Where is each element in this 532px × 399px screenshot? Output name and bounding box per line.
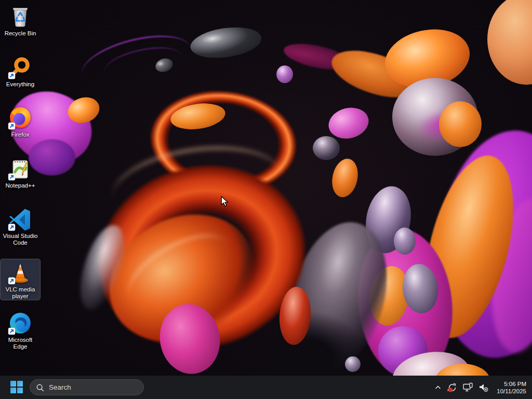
wallpaper-blob [394, 228, 416, 255]
volume-muted-icon [478, 382, 489, 393]
desktop-icon-label: Everything [6, 81, 34, 88]
taskbar-clock[interactable]: 5:06 PM 10/11/2025 [497, 380, 532, 395]
desktop-icon-vlc[interactable]: VLC media player [1, 259, 40, 300]
sync-arrows-red-badge-icon [447, 382, 458, 393]
desktop-icon-label: Notepad++ [6, 182, 35, 189]
search-placeholder: Search [49, 383, 71, 391]
clock-time: 5:06 PM [497, 380, 526, 388]
desktop-icon-label: Firefox [11, 131, 29, 138]
chevron-up-icon [434, 384, 442, 391]
recycle-bin-icon [8, 4, 33, 29]
tray-sync-alert-button[interactable] [445, 378, 460, 397]
system-tray: 5:06 PM 10/11/2025 [431, 376, 532, 399]
taskbar: Search [0, 376, 532, 399]
desktop-icon-notepadpp[interactable]: Notepad++ [1, 155, 40, 189]
tray-display-button[interactable] [460, 378, 476, 397]
vscode-icon [8, 207, 33, 232]
edge-icon [8, 311, 33, 336]
search-icon [36, 383, 44, 392]
everything-icon [8, 55, 33, 80]
windows-logo-icon [10, 381, 23, 393]
wallpaper-blob [345, 356, 361, 372]
desktop: Recycle Bin Everything [0, 0, 532, 399]
desktop-icon-recycle-bin[interactable]: Recycle Bin [1, 3, 40, 37]
wallpaper-blob [313, 136, 340, 160]
tray-volume-button[interactable] [476, 378, 491, 397]
wallpaper-blob [329, 156, 362, 200]
start-button[interactable] [6, 377, 27, 397]
wallpaper-blob [325, 103, 372, 142]
vlc-icon [8, 260, 33, 285]
search-box[interactable]: Search [30, 379, 144, 395]
tray-chevron-button[interactable] [431, 378, 445, 397]
desktop-icon-label: Recycle Bin [5, 30, 36, 37]
wallpaper-blob [189, 23, 263, 62]
wallpaper-blob [439, 101, 482, 147]
desktop-icon-edge[interactable]: Microsoft Edge [1, 310, 40, 350]
wallpaper-blob [487, 0, 532, 85]
desktop-icon-everything[interactable]: Everything [1, 54, 40, 88]
desktop-icon-firefox[interactable]: Firefox [1, 104, 40, 138]
notepadpp-icon [8, 156, 33, 181]
desktop-icon-label: Microsoft Edge [2, 337, 39, 350]
desktop-icon-label: VLC media player [2, 286, 39, 300]
desktop-icon-label: Visual Studio Code [2, 233, 39, 246]
desktop-icon-vscode[interactable]: Visual Studio Code [1, 206, 40, 246]
firefox-icon [8, 105, 33, 130]
clock-date: 10/11/2025 [497, 388, 526, 395]
display-connect-icon [462, 382, 474, 393]
wallpaper-blob [276, 65, 293, 83]
